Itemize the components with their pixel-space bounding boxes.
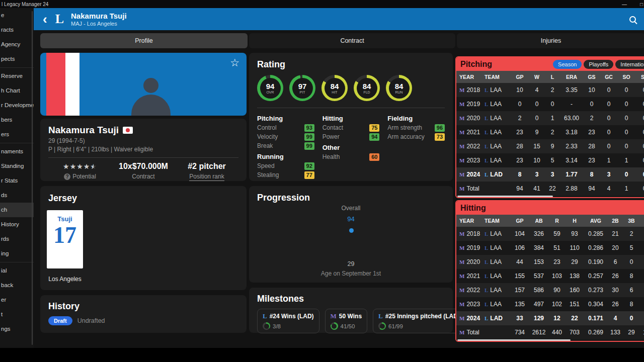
stat-cell: 18	[639, 244, 644, 251]
sidebar-item-racts[interactable]: racts	[0, 23, 34, 37]
back-button[interactable]: ‹	[43, 13, 47, 26]
tab-injuries[interactable]: Injuries	[457, 33, 644, 48]
sidebar-item-ngs[interactable]: ngs	[0, 322, 34, 336]
sidebar-item-rds[interactable]: rds	[0, 232, 34, 246]
stat-cell: 0	[635, 143, 644, 150]
stat-cell: 0	[600, 115, 617, 122]
stat-cell: 8	[583, 171, 600, 178]
attribute-power: Power94	[323, 132, 380, 141]
sidebar-item-naments[interactable]: naments	[0, 144, 34, 159]
stat-cell: 28	[511, 143, 529, 150]
league-icon: M	[459, 329, 464, 335]
history-text: Undrafted	[77, 317, 105, 324]
question-icon[interactable]: ?	[64, 173, 70, 180]
sidebar-item-ing[interactable]: ing	[0, 246, 34, 261]
team-icon: L	[485, 259, 488, 265]
column-r: R	[549, 218, 565, 224]
gauge-value: 84	[395, 82, 404, 90]
stat-cell: 2	[511, 115, 529, 122]
tab-profile[interactable]: Profile	[40, 33, 248, 48]
team-icon: L	[485, 101, 488, 107]
sidebar-item-r-stats[interactable]: r Stats	[0, 173, 34, 188]
stat-cell: 5	[623, 244, 639, 251]
sidebar-item-ial[interactable]: ial	[0, 263, 34, 278]
filter-season[interactable]: Season	[553, 60, 582, 69]
sidebar-item-r-development[interactable]: r Development	[0, 98, 34, 113]
league-icon: M	[459, 259, 464, 265]
pitching-header-row: YEARTEAMGPWLERAGSGCSOSVSVO	[456, 71, 644, 83]
gauge-value: 84	[331, 82, 339, 90]
attr-group-title: Fielding	[387, 115, 445, 122]
stat-cell: 4	[600, 185, 617, 192]
minimize-button[interactable]: —	[622, 2, 627, 7]
sidebar-item-e[interactable]: e	[0, 8, 34, 23]
sidebar-item-agency[interactable]: Agency	[0, 37, 34, 52]
search-icon[interactable]	[629, 16, 636, 23]
sidebar-item-standing[interactable]: Standing	[0, 159, 34, 173]
attribute-grid: PitchingControl93Velocity99Break99Runnin…	[257, 112, 445, 179]
stat-cell: 0	[583, 101, 600, 108]
milestones-row: L#24 Wins (LAD)3/8M50 Wins41/50L#25 Inni…	[257, 309, 445, 333]
stats-column: Pitching SeasonPlayoffsInternationalL YE…	[455, 56, 644, 344]
attribute-value-badge: 99	[304, 142, 314, 150]
stat-cell: 103	[549, 273, 565, 280]
tab-contract[interactable]: Contract	[249, 33, 455, 48]
stat-cell: 30	[607, 287, 623, 294]
maximize-button[interactable]: □	[640, 2, 643, 7]
hitting-section: Hitting YEARTEAMGPABRHAVG2B3BHRRBIM2018L…	[455, 200, 644, 342]
milestone-progress-ring	[263, 322, 270, 330]
filter-international[interactable]: International	[615, 60, 644, 69]
stat-cell: 0.269	[584, 329, 607, 336]
player-photo-card: ☆	[40, 53, 247, 116]
position-rank-link[interactable]: Position rank	[175, 173, 238, 180]
gauge-label: OVR	[266, 90, 274, 94]
milestone-team-icon: L	[378, 312, 383, 320]
stat-cell: 0	[635, 115, 644, 122]
horizontal-scrollbar[interactable]	[457, 196, 553, 197]
stat-cell: 0	[600, 129, 617, 136]
sidebar-item-reserve[interactable]: Reserve	[0, 69, 34, 83]
stat-cell: 2	[623, 230, 639, 237]
hitting-table: YEARTEAMGPABRHAVG2B3BHRRBIM2018LLAA10432…	[456, 215, 644, 339]
header-player-name: Nakamura Tsuji	[71, 12, 127, 20]
league-icon: M	[459, 287, 464, 293]
stat-cell: 0	[635, 101, 644, 108]
column-era: ERA	[560, 74, 583, 80]
horizontal-scrollbar[interactable]	[457, 339, 571, 341]
stat-cell: 0.171	[584, 315, 607, 322]
attribute-value-badge: 75	[369, 124, 379, 132]
stat-cell: 104	[511, 230, 529, 237]
attribute-value-badge: 99	[304, 133, 314, 141]
favorite-star-icon[interactable]: ☆	[230, 57, 239, 69]
sidebar-item-ds[interactable]: ds	[0, 188, 34, 203]
stat-cell: 0	[623, 258, 639, 265]
stat-cell: 1.77	[560, 171, 583, 178]
stat-cell: 0	[529, 101, 545, 108]
team-icon: L	[485, 315, 488, 321]
rating-gauge-run: 84RUN	[386, 75, 412, 101]
sidebar-item-ers[interactable]: ers	[0, 127, 34, 142]
sidebar-item-history[interactable]: History	[0, 217, 34, 232]
milestone-team-icon: M	[331, 312, 337, 320]
gauge-value: 94	[266, 82, 275, 90]
rank-value: #2 pitcher	[175, 162, 238, 171]
sidebar-item-pects[interactable]: pects	[0, 52, 34, 66]
attribute-break: Break99	[257, 141, 314, 150]
stat-cell: 6	[607, 258, 623, 265]
sidebar-item-h-chart[interactable]: h Chart	[0, 83, 34, 98]
attribute-arm-strength: Arm strength96	[387, 123, 445, 132]
stat-cell: 23	[583, 129, 600, 136]
sidebar-item-ch[interactable]: ch	[0, 203, 34, 217]
sidebar-item-back[interactable]: back	[0, 278, 34, 293]
sidebar-item-t[interactable]: t	[0, 307, 34, 322]
attribute-value-badge: 93	[304, 124, 314, 132]
hitting-row-2018: M2018LLAA10432659930.285212226	[456, 227, 644, 241]
sidebar-item-er[interactable]: er	[0, 293, 34, 307]
rating-card: Rating 94OVR97PIT84HIT84FLD84RUN Pitchin…	[249, 53, 453, 181]
sidebar-item-bers[interactable]: bers	[0, 113, 34, 127]
league-icon: M	[459, 171, 464, 177]
age-label: Age on September 1st	[249, 270, 453, 277]
filter-playoffs[interactable]: Playoffs	[584, 60, 613, 69]
stat-cell: 3	[545, 171, 560, 178]
league-icon: M	[459, 186, 464, 192]
